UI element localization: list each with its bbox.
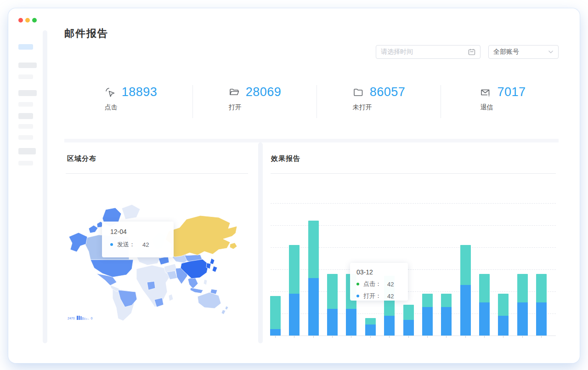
x-axis-tick — [408, 336, 409, 338]
legend-bar — [84, 318, 85, 320]
sidebar-item[interactable] — [18, 161, 33, 165]
minimize-window-button[interactable] — [25, 18, 30, 23]
legend-bar — [77, 316, 78, 320]
bar-click-segment — [327, 274, 338, 309]
stacked-bar[interactable] — [479, 274, 490, 336]
stacked-bar-chart[interactable] — [270, 202, 556, 336]
map-region-japan — [210, 258, 215, 264]
stat-card-click: 18893 点击 — [69, 84, 193, 119]
map-tooltip: 12-04 发送： 42 — [102, 222, 174, 257]
bar-open-segment — [517, 302, 528, 336]
bar-click-segment — [422, 294, 433, 307]
stacked-bar[interactable] — [441, 294, 452, 336]
series-dot-icon — [356, 295, 359, 297]
bar-click-segment — [536, 274, 547, 302]
tooltip-label: 打开： — [363, 292, 381, 300]
bar-open-segment — [460, 285, 471, 336]
stacked-bar[interactable] — [327, 274, 338, 336]
legend-bar — [79, 316, 80, 320]
date-range-input[interactable]: 请选择时间 — [376, 45, 481, 59]
sidebar-item[interactable] — [18, 113, 33, 119]
bar-click-segment — [403, 305, 414, 320]
date-placeholder: 请选择时间 — [381, 48, 413, 56]
map-region-russia[interactable] — [165, 216, 237, 257]
stat-label: 点击 — [105, 103, 158, 112]
stat-card-bounce: 7017 退信 — [441, 84, 565, 119]
stat-value: 28069 — [246, 85, 282, 99]
bar-click-segment — [479, 274, 490, 302]
bar-open-segment — [422, 307, 433, 336]
legend-bar — [80, 316, 82, 320]
x-axis-tick — [427, 336, 428, 338]
tooltip-date: 12-04 — [110, 228, 165, 235]
sidebar-item[interactable] — [18, 63, 37, 68]
x-axis-tick — [275, 336, 276, 338]
folder-open-icon — [229, 87, 240, 98]
zoom-window-button[interactable] — [32, 18, 37, 23]
bar-click-segment — [498, 294, 509, 316]
sidebar-item[interactable] — [18, 74, 33, 79]
stacked-bar[interactable] — [536, 274, 547, 336]
sidebar-item[interactable] — [18, 102, 33, 107]
tooltip-value: 42 — [387, 281, 394, 288]
x-axis-tick — [465, 336, 466, 338]
sidebar-item[interactable] — [18, 135, 33, 140]
stacked-bar[interactable] — [498, 294, 509, 336]
x-axis-tick — [541, 336, 542, 338]
stacked-bar[interactable] — [270, 296, 281, 336]
mail-error-icon — [480, 87, 491, 98]
map-region-russia-east[interactable] — [230, 243, 237, 249]
bar-open-segment — [498, 316, 509, 336]
legend-bar — [88, 319, 89, 320]
stacked-bar[interactable] — [460, 245, 471, 336]
app-window: 邮件报告 请选择时间 全部账号 — [8, 8, 580, 363]
map-region-japan-south — [212, 266, 217, 272]
sidebar-item[interactable] — [18, 90, 37, 96]
stat-value: 18893 — [122, 85, 158, 99]
bar-open-segment — [536, 302, 547, 336]
stacked-bar[interactable] — [422, 294, 433, 336]
sidebar-item[interactable] — [18, 148, 36, 154]
stacked-bar[interactable] — [308, 221, 319, 336]
folder-closed-icon — [353, 87, 364, 98]
bar-open-segment — [346, 309, 356, 336]
calendar-icon — [468, 48, 475, 56]
stacked-bar[interactable] — [403, 305, 414, 336]
stat-label: 未打开 — [353, 103, 406, 112]
legend-bar — [82, 317, 84, 320]
account-select-value: 全部账号 — [493, 48, 519, 56]
series-dot-icon — [110, 243, 113, 246]
stacked-bar[interactable] — [365, 318, 376, 336]
stats-row: 18893 点击 28069 打开 — [69, 84, 565, 119]
bar-open-segment — [270, 329, 281, 336]
sidebar-item-active[interactable] — [18, 44, 33, 50]
map-legend-min: 0 — [91, 317, 93, 320]
sidebar-item[interactable] — [18, 124, 33, 129]
map-region-australia — [198, 292, 221, 308]
bar-click-segment — [289, 245, 300, 294]
bar-click-segment — [308, 221, 319, 278]
screen: 邮件报告 请选择时间 全部账号 — [0, 0, 588, 370]
bar-click-segment — [270, 296, 281, 329]
map-legend-max: 2470 — [68, 317, 75, 320]
section-separator — [64, 139, 559, 142]
tooltip-date: 03-12 — [356, 268, 401, 276]
x-axis-tick — [446, 336, 447, 338]
stacked-bar[interactable] — [289, 245, 300, 336]
x-axis-tick — [484, 336, 485, 338]
map-panel-divider — [66, 173, 248, 174]
close-window-button[interactable] — [18, 18, 23, 23]
world-map[interactable] — [67, 200, 255, 324]
stacked-bar[interactable] — [517, 274, 528, 336]
bar-open-segment — [327, 309, 338, 336]
tooltip-value: 42 — [387, 293, 394, 300]
chevron-down-icon — [548, 50, 554, 54]
account-select[interactable]: 全部账号 — [488, 45, 559, 59]
map-legend: 2470 0 — [68, 316, 94, 320]
stat-value: 7017 — [497, 85, 526, 99]
bar-open-segment — [384, 316, 395, 336]
bar-click-segment — [441, 294, 452, 307]
bar-open-segment — [441, 307, 452, 336]
x-axis-tick — [351, 336, 351, 338]
map-region-usa — [90, 260, 133, 277]
